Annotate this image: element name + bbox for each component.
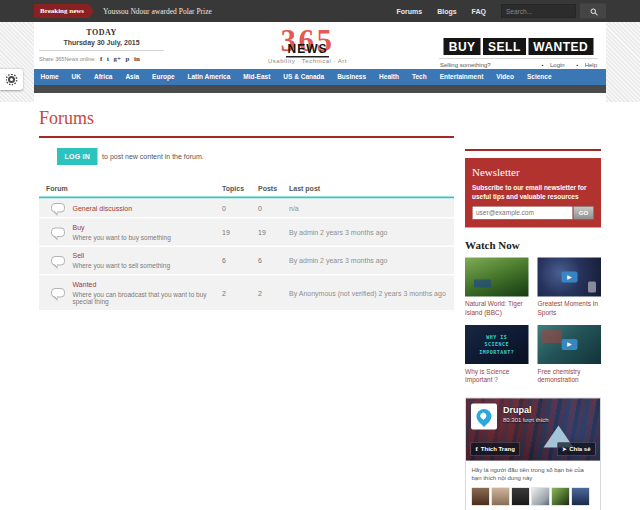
wanted-link[interactable]: WANTED [528,38,593,55]
video-thumbnail-chemistry[interactable]: ▶ [538,325,602,364]
column-header-last-post: Last post [289,184,454,192]
login-link[interactable]: ▪Login [537,61,565,68]
facebook-page-widget: Drupal 80.301 lượt thích fThích Trang ➤C… [465,397,601,510]
buy-link[interactable]: BUY [444,38,481,55]
nav-item-mid-east[interactable]: Mid-East [237,69,277,85]
nav-item-europe[interactable]: Europe [146,69,181,85]
help-icon: ▪ [576,62,578,68]
video-item: WHY IS SCIENCE IMPORTANT? Why is Science… [465,325,529,384]
gear-icon [8,76,15,83]
video-title[interactable]: Greatest Moments In Sports [538,300,602,317]
top-link-forums[interactable]: Forums [396,7,422,15]
sell-link[interactable]: SELL [483,38,526,55]
forum-description: Where you can broadcast that you want to… [73,291,223,306]
search-input[interactable] [501,4,576,18]
column-header-topics: Topics [222,184,258,192]
top-bar: Breaking news Youssou Ndour awarded Pola… [0,0,640,22]
settings-side-tab[interactable] [0,69,23,90]
nav-sub-strip [34,85,606,93]
login-icon: ▪ [542,62,544,68]
breaking-news-headline[interactable]: Youssou Ndour awarded Polar Prize [103,7,212,16]
avatar [492,488,510,506]
video-thumbnail-science[interactable]: WHY IS SCIENCE IMPORTANT? [465,325,529,364]
breaking-news-badge: Breaking news [34,4,94,18]
last-post: By admin 2 years 3 months ago [289,257,454,265]
video-grid: Natural World: Tiger Island (BBC) ▶ Grea… [465,258,601,385]
top-links: Forums Blogs FAQ [381,4,606,19]
login-prompt-text: to post new content in the forum. [102,153,204,161]
newsletter-email-input[interactable] [472,206,573,220]
pinterest-icon[interactable]: p [126,55,130,63]
top-link-blogs[interactable]: Blogs [437,7,456,15]
facebook-friend-avatars [472,488,595,506]
site-header: TODAY Thursday 30 July, 2015 Share 365Ne… [34,22,606,69]
nav-item-science[interactable]: Science [520,69,558,85]
nav-item-entertainment[interactable]: Entertainment [433,69,490,85]
forum-link[interactable]: Buy [73,223,171,231]
last-post: By Anonymous (not verified) 2 years 3 mo… [289,289,454,297]
video-title[interactable]: Why is Science Important ? [465,367,529,384]
last-post: By admin 2 years 3 months ago [289,228,454,236]
forum-description: Where you want to sell something [73,262,171,270]
nav-item-africa[interactable]: Africa [87,69,118,85]
facebook-page-name[interactable]: Drupal [503,404,532,415]
video-thumbnail-nature[interactable] [465,258,529,297]
video-title[interactable]: Free chemistry demonstration [538,367,602,384]
newsletter-go-button[interactable]: GO [573,206,594,220]
nav-item-tech[interactable]: Tech [405,69,433,85]
help-link[interactable]: ▪Help [571,61,597,68]
forum-link[interactable]: Wanted [73,280,223,288]
facebook-like-button[interactable]: fThích Trang [471,442,520,456]
today-block: TODAY Thursday 30 July, 2015 Share 365Ne… [39,27,179,63]
nav-item-asia[interactable]: Asia [119,69,146,85]
table-row: Sell Where you want to sell something 6 … [39,247,454,276]
table-row: General discussion 0 0 n/a [39,199,454,219]
forum-link[interactable]: General discussion [73,204,133,212]
forum-description: Where you want to buy something [73,234,171,242]
site-logo[interactable]: 365 NEWS Usability · Technical · Art [179,27,436,64]
page-title: Forums [39,107,454,128]
avatar [532,488,550,506]
search-button[interactable] [580,4,606,19]
twitter-icon[interactable]: t [107,55,109,63]
column-header-forum: Forum [39,184,222,192]
video-title[interactable]: Natural World: Tiger Island (BBC) [465,300,529,317]
share-arrow-icon: ➤ [562,446,567,453]
nav-item-business[interactable]: Business [331,69,373,85]
share-label: Share 365News online: [39,56,96,62]
posts-count: 19 [258,228,289,236]
posts-count: 6 [258,257,289,265]
last-post: n/a [289,204,454,212]
linkedin-icon[interactable]: in [134,55,140,63]
avatar [512,488,530,506]
nav-item-health[interactable]: Health [373,69,406,85]
google-plus-icon[interactable]: g+ [114,55,121,63]
topics-count: 19 [222,228,258,236]
facebook-like-count: 80.301 lượt thích [503,416,549,423]
drupal-logo[interactable] [471,403,497,429]
facebook-share-button[interactable]: ➤Chia sẻ [557,442,595,456]
video-item: ▶ Greatest Moments In Sports [538,258,602,317]
header-divider [39,51,164,52]
search-icon [590,8,596,14]
nav-item-video[interactable]: Video [490,69,521,85]
login-prompt-row: LOG IN to post new content in the forum. [57,148,454,165]
log-in-button[interactable]: LOG IN [57,148,98,165]
nav-item-home[interactable]: Home [34,69,65,85]
forum-link[interactable]: Sell [73,252,171,260]
table-row: Wanted Where you can broadcast that you … [39,276,454,312]
nav-item-uk[interactable]: UK [65,69,87,85]
top-link-faq[interactable]: FAQ [472,7,486,15]
newsletter-text: Subscribe to our email newsletter for us… [472,183,594,201]
avatar [472,488,490,506]
video-item: Natural World: Tiger Island (BBC) [465,258,529,317]
topics-count: 2 [222,289,258,297]
nav-item-latin-america[interactable]: Latin America [181,69,237,85]
play-icon: ▶ [538,325,602,364]
newsletter-box: Newsletter Subscribe to our email newsle… [465,158,601,228]
posts-count: 0 [258,204,289,212]
facebook-icon[interactable]: f [100,55,102,63]
video-thumbnail-sports[interactable]: ▶ [538,258,602,297]
nav-item-us-canada[interactable]: US & Canada [277,69,331,85]
posts-count: 2 [258,289,289,297]
